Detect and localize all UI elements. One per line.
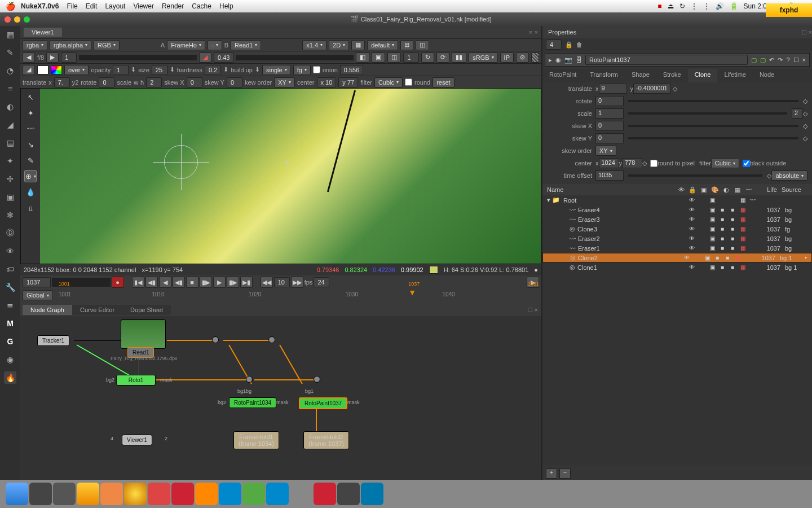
size-field[interactable]: 25 (152, 65, 167, 75)
props-controls-icon[interactable]: ☐ × (801, 29, 812, 36)
dodge-tool-icon[interactable]: ⩍ (24, 202, 37, 214)
wipe2-icon[interactable]: ⊘ (516, 52, 529, 63)
scale-field[interactable]: 2 (146, 77, 162, 87)
dot-node[interactable] (268, 336, 275, 343)
proxy-icon[interactable]: ◫ (416, 40, 429, 50)
rgb-selector[interactable]: RGB (94, 40, 120, 50)
channel-selector[interactable]: rgba (23, 40, 47, 50)
black-outside-check[interactable] (743, 160, 750, 167)
round-check[interactable] (405, 78, 412, 86)
info-dot-icon[interactable]: ● (534, 266, 538, 273)
window-close-icon[interactable] (5, 16, 11, 23)
tr-x-field[interactable]: 7. (54, 77, 70, 87)
crop-icon[interactable]: ▣ (372, 52, 385, 63)
channel-shelf-icon[interactable]: ≡ (4, 82, 16, 95)
chrome-icon[interactable] (77, 483, 99, 505)
rot-field[interactable]: 0 (99, 77, 114, 87)
color-wheel-icon[interactable] (51, 65, 62, 75)
stroke-row[interactable]: 〰Eraser4👁▣■■▦1037bg (542, 205, 812, 214)
node-roto[interactable]: Roto1 (116, 375, 156, 386)
col-vis-icon[interactable]: 👁 (676, 186, 687, 193)
skip-field[interactable]: 10 (274, 277, 290, 287)
skewy-slider[interactable] (628, 137, 798, 139)
node-db-icon[interactable]: 🗄 (576, 56, 582, 63)
tab-curve-editor[interactable]: Curve Editor (72, 305, 122, 315)
props-count[interactable]: 4 (546, 40, 562, 50)
node-rotopaint1[interactable]: RotoPaint1034 (229, 397, 276, 408)
current-frame-field[interactable]: 1037 (23, 277, 51, 287)
roi-icon[interactable]: ⊞ (400, 40, 413, 50)
panel-close-icon[interactable]: ☐ × (524, 306, 541, 314)
gamma-icon[interactable]: ◢ (199, 52, 211, 63)
eraser-tool-icon[interactable]: ✎ (24, 154, 37, 167)
image-shelf-icon[interactable]: ▦ (4, 28, 16, 41)
menu-file[interactable]: File (67, 2, 77, 10)
node-name-field[interactable]: RotoPaint1037 (585, 55, 748, 65)
anim-icon[interactable]: ◇ (803, 135, 807, 142)
col-name[interactable]: Name (547, 186, 676, 193)
filter-shelf-icon[interactable]: ◢ (4, 119, 16, 131)
draw-shelf-icon[interactable]: ✎ (4, 46, 16, 59)
reset-button[interactable]: reset (433, 77, 454, 87)
gain-ruler[interactable] (79, 55, 197, 60)
center-x-field[interactable]: 1024 (599, 158, 619, 168)
menu-render[interactable]: Render (162, 2, 184, 10)
terminal-icon[interactable] (53, 483, 76, 505)
cen-y-field[interactable]: y 77 (338, 77, 358, 87)
clone-target-crosshair[interactable]: ＋ (283, 155, 293, 169)
zoom-field[interactable]: 1 (403, 52, 419, 63)
onion-field[interactable]: 0.556 (340, 65, 364, 75)
node-indicator-icon[interactable]: ◉ (555, 56, 561, 64)
clone-source-widget[interactable] (153, 134, 209, 190)
dw-icon[interactable] (242, 483, 265, 505)
viewer-canvas[interactable]: ＋ (40, 89, 541, 264)
merge-shelf-icon[interactable]: ✦ (4, 155, 16, 167)
skype-icon[interactable] (361, 483, 383, 505)
col-inv-icon[interactable]: ◐ (721, 186, 732, 194)
g-icon[interactable]: G (4, 335, 16, 348)
window-zoom-icon[interactable] (24, 16, 30, 23)
particle-shelf-icon[interactable]: ✻ (4, 209, 16, 221)
add-layer-button[interactable]: + (546, 468, 557, 479)
skewx-slider[interactable] (628, 125, 798, 127)
gizmo-icon[interactable]: ◉ (4, 353, 16, 366)
anim-icon[interactable]: ◇ (803, 110, 807, 117)
launchpad-icon[interactable] (29, 483, 52, 505)
sysprefs-icon[interactable] (385, 483, 407, 505)
gamma-ruler[interactable] (236, 55, 354, 60)
step-fwd-button[interactable]: ▮▶ (200, 277, 212, 288)
stroke-row[interactable]: 〰Eraser3👁▣■■▦1037bg (542, 214, 812, 224)
point-tool-icon[interactable]: ✦ (24, 107, 37, 119)
scale2-field[interactable]: 2 (792, 108, 803, 119)
scale-slider[interactable] (628, 112, 787, 115)
next-key-button[interactable]: ▮▶ (227, 277, 239, 288)
undo-icon[interactable]: ↶ (769, 56, 774, 64)
overlay-icon[interactable]: ◫ (387, 52, 401, 63)
node-framehold2[interactable]: FrameHold2(frame 1037) (303, 431, 349, 449)
battery-icon[interactable]: 🔋 (730, 2, 738, 10)
rotate-field[interactable]: 0 (595, 96, 624, 106)
rotate-slider[interactable] (628, 100, 798, 102)
skip-back-button[interactable]: ◀◀ (261, 277, 273, 288)
node-framehold1[interactable]: FrameHold1(frame 1034) (233, 431, 279, 449)
col-life[interactable]: Life (754, 186, 777, 193)
gain-field[interactable]: 1 (61, 52, 77, 63)
menu-cache[interactable]: Cache (192, 2, 211, 10)
gamma-field[interactable]: 0.43 (214, 52, 233, 63)
toolset-shelf-icon[interactable]: 🔧 (4, 281, 16, 294)
stroke-row[interactable]: ◎Clone2👁▣■■▦1037bg 1 (542, 253, 812, 262)
id-icon[interactable] (266, 483, 289, 505)
apple-menu-icon[interactable]: 🍎 (6, 2, 15, 11)
stripe-icon[interactable] (531, 52, 539, 63)
tab-dope-sheet[interactable]: Dope Sheet (122, 305, 171, 315)
flame-shelf-icon[interactable]: 🔥 (4, 371, 16, 384)
anim-icon[interactable]: ◇ (803, 122, 807, 130)
frame-range-selector[interactable]: Global (23, 290, 53, 300)
col-motion-icon[interactable]: 〰 (743, 186, 754, 193)
time-shelf-icon[interactable]: ◔ (4, 64, 16, 77)
ko-selector[interactable]: XY (274, 77, 295, 87)
skx-field[interactable]: 0 (187, 77, 202, 87)
eyedrop-icon[interactable]: ◢ (23, 65, 35, 75)
ai-icon[interactable] (195, 483, 218, 505)
color-shelf-icon[interactable]: ◐ (4, 100, 16, 113)
